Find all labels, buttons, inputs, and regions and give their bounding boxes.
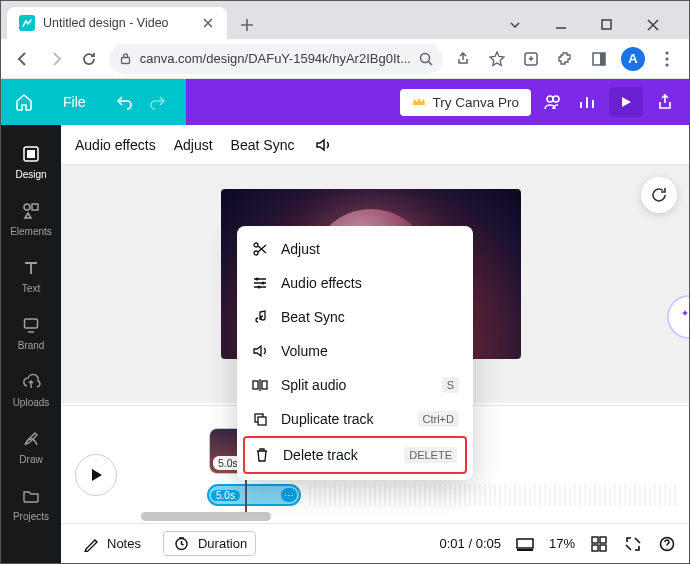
close-tab-icon[interactable] [201, 16, 215, 30]
browser-titlebar: Untitled design - Video [1, 1, 689, 39]
ctx-label: Delete track [283, 447, 358, 463]
ctx-label: Duplicate track [281, 411, 374, 427]
ctx-duplicate[interactable]: Duplicate track Ctrl+D [237, 402, 473, 436]
ctx-label: Beat Sync [281, 309, 345, 325]
view-mode-icon[interactable] [515, 536, 535, 552]
sidebar-item-uploads[interactable]: Uploads [1, 361, 61, 418]
ctx-delete-track[interactable]: Delete track DELETE [245, 438, 465, 472]
undo-button[interactable] [116, 93, 140, 111]
split-icon [251, 376, 269, 394]
svg-rect-1 [602, 20, 611, 29]
back-button[interactable] [9, 45, 36, 73]
ctx-label: Volume [281, 343, 328, 359]
ctx-beat-sync[interactable]: Beat Sync [237, 300, 473, 334]
svg-rect-13 [27, 150, 35, 158]
collaborators-icon[interactable] [541, 92, 565, 112]
audio-clip[interactable]: 5.0s ⋯ [207, 484, 301, 506]
svg-point-8 [665, 57, 668, 60]
design-icon [20, 143, 42, 165]
maximize-icon[interactable] [601, 19, 629, 31]
duplicate-icon [251, 410, 269, 428]
sidepanel-icon[interactable] [585, 45, 613, 73]
canva-favicon [19, 15, 35, 31]
kebab-menu-icon[interactable] [653, 45, 681, 73]
home-button[interactable] [1, 79, 47, 125]
magic-button[interactable] [667, 295, 690, 339]
ctx-audio-effects[interactable]: Audio effects [237, 266, 473, 300]
volume-icon[interactable] [312, 136, 334, 154]
lock-icon [119, 52, 132, 65]
svg-rect-31 [262, 381, 267, 389]
beat-sync-button[interactable]: Beat Sync [231, 137, 295, 153]
shortcut-label: DELETE [404, 447, 457, 463]
try-pro-button[interactable]: Try Canva Pro [400, 89, 531, 116]
chevron-down-icon[interactable] [509, 19, 537, 31]
uploads-icon [20, 371, 42, 393]
sidebar-item-brand[interactable]: Brand [1, 304, 61, 361]
clock-icon [172, 536, 192, 551]
svg-rect-20 [592, 537, 598, 543]
forward-button[interactable] [42, 45, 69, 73]
audio-duration-badge: 5.0s [211, 490, 240, 501]
new-tab-button[interactable] [233, 11, 261, 39]
extensions-icon[interactable] [551, 45, 579, 73]
audio-clip-menu-icon[interactable]: ⋯ [281, 488, 297, 502]
minimize-icon[interactable] [555, 19, 583, 31]
trash-icon [253, 446, 271, 464]
sidebar-item-label: Draw [19, 454, 42, 465]
close-window-icon[interactable] [647, 19, 675, 31]
browser-tab[interactable]: Untitled design - Video [7, 7, 227, 39]
audio-waveform-rest [309, 484, 677, 506]
tab-title: Untitled design - Video [43, 16, 169, 30]
url-input[interactable]: canva.com/design/DAFuY-1594k/hyAr2IBg0It… [109, 44, 443, 74]
sidebar-item-label: Elements [10, 226, 52, 237]
zoom-icon[interactable] [419, 52, 433, 66]
fullscreen-icon[interactable] [623, 536, 643, 552]
text-icon [20, 257, 42, 279]
svg-point-14 [24, 204, 30, 210]
elements-icon [20, 200, 42, 222]
analytics-icon[interactable] [575, 93, 599, 111]
sidebar-item-label: Design [15, 169, 46, 180]
share-export-icon[interactable] [653, 93, 677, 111]
install-icon[interactable] [517, 45, 545, 73]
url-text: canva.com/design/DAFuY-1594k/hyAr2IBg0It… [140, 51, 411, 66]
svg-point-3 [420, 53, 429, 62]
ctx-adjust[interactable]: Adjust [237, 232, 473, 266]
profile-avatar[interactable]: A [619, 45, 647, 73]
svg-point-28 [262, 282, 265, 285]
help-icon[interactable] [657, 536, 677, 552]
svg-rect-33 [258, 417, 266, 425]
svg-rect-19 [517, 549, 533, 551]
zoom-level[interactable]: 17% [549, 536, 575, 551]
reload-button[interactable] [76, 45, 103, 73]
grid-view-icon[interactable] [589, 536, 609, 552]
timeline-scrollbar[interactable] [141, 512, 271, 521]
svg-point-7 [665, 51, 668, 54]
duration-button[interactable]: Duration [163, 531, 256, 556]
play-button[interactable] [75, 454, 117, 496]
projects-icon [20, 485, 42, 507]
notes-icon [81, 536, 101, 552]
notes-button[interactable]: Notes [73, 532, 149, 556]
star-icon[interactable] [483, 45, 511, 73]
sidebar-item-elements[interactable]: Elements [1, 190, 61, 247]
shortcut-label: S [442, 377, 459, 393]
redo-button[interactable] [148, 93, 172, 111]
sidebar-item-projects[interactable]: Projects [1, 475, 61, 532]
sidebar-item-design[interactable]: Design [1, 133, 61, 190]
sidebar-item-draw[interactable]: Draw [1, 418, 61, 475]
ctx-volume[interactable]: Volume [237, 334, 473, 368]
audio-effects-button[interactable]: Audio effects [75, 137, 156, 153]
window-controls [509, 19, 689, 39]
adjust-button[interactable]: Adjust [174, 137, 213, 153]
sidebar-item-text[interactable]: Text [1, 247, 61, 304]
ctx-split-audio[interactable]: Split audio S [237, 368, 473, 402]
sliders-icon [251, 274, 269, 292]
context-menu: Adjust Audio effects Beat Sync Volume Sp… [237, 226, 473, 480]
regenerate-button[interactable] [641, 177, 677, 213]
share-icon[interactable] [449, 45, 477, 73]
try-pro-label: Try Canva Pro [432, 95, 519, 110]
present-button[interactable] [609, 87, 643, 117]
file-menu[interactable]: File [47, 79, 102, 125]
